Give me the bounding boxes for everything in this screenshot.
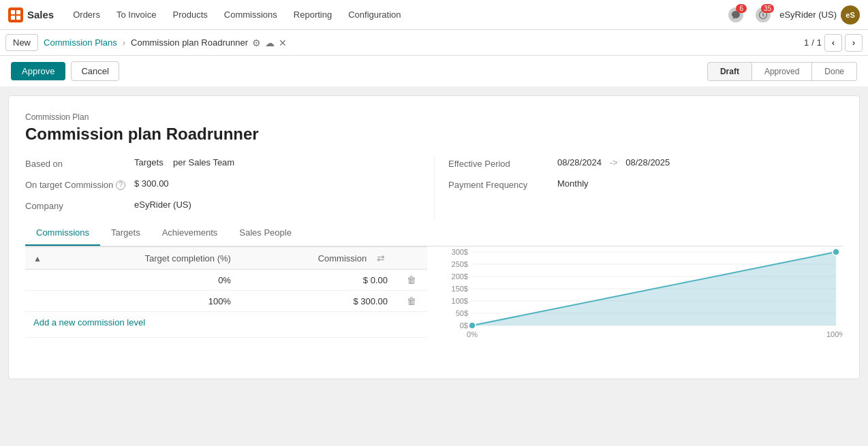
company-row: Company eSyRider (US) xyxy=(25,200,407,211)
status-bar: Draft Approved Done xyxy=(707,62,857,81)
activities-button[interactable]: 35 xyxy=(752,4,774,26)
tab-content: ▲ Target completion (%) Commission ⇄ xyxy=(25,246,843,362)
svg-rect-3 xyxy=(16,16,20,20)
settings-icon[interactable]: ⚙ xyxy=(252,37,261,48)
commissions-table-section: ▲ Target completion (%) Commission ⇄ xyxy=(25,246,427,362)
svg-text:100$: 100$ xyxy=(452,297,468,305)
commission-header: Commission ⇄ xyxy=(239,247,396,270)
form-right: Effective Period 08/28/2024 -> 08/28/202… xyxy=(434,157,843,221)
target-completion-header: Target completion (%) xyxy=(52,247,239,270)
breadcrumb-parent[interactable]: Commission Plans xyxy=(44,37,117,48)
arrow-icon: -> xyxy=(610,157,618,168)
breadcrumb-current: Commission plan Roadrunner ⚙ ☁ ✕ xyxy=(131,37,287,48)
based-on-label: Based on xyxy=(25,157,134,169)
help-icon[interactable]: ? xyxy=(116,180,125,190)
row1-target[interactable]: 0% xyxy=(52,270,239,291)
row1-delete-button[interactable]: 🗑 xyxy=(404,274,419,285)
nav-orders[interactable]: Orders xyxy=(65,0,108,30)
breadcrumb-bar: New Commission Plans › Commission plan R… xyxy=(0,30,868,56)
pagination-prev-button[interactable]: ‹ xyxy=(824,34,842,52)
breadcrumb-separator: › xyxy=(123,37,125,48)
user-menu[interactable]: eSyRider (US) eS xyxy=(779,5,860,25)
payment-freq-label: Payment Frequency xyxy=(448,178,557,190)
based-on-field[interactable]: Targets xyxy=(134,157,164,168)
svg-rect-2 xyxy=(11,16,15,20)
commission-chart: 300$ 250$ 200$ 150$ 100$ 50$ 0$ xyxy=(441,246,843,362)
effective-period-row: Effective Period 08/28/2024 -> 08/28/202… xyxy=(448,157,843,169)
tab-bar: Commissions Targets Achievements Sales P… xyxy=(25,221,843,246)
breadcrumb-current-label: Commission plan Roadrunner xyxy=(131,37,248,48)
svg-text:100%: 100% xyxy=(826,330,843,338)
main-content: Commission Plan Commission plan Roadrunn… xyxy=(8,95,860,379)
form-fields: Based on Targets per Sales Team On targe… xyxy=(25,157,843,221)
svg-text:50$: 50$ xyxy=(456,309,468,317)
on-target-row: On target Commission ? $ 300.00 xyxy=(25,178,407,190)
effective-period-label: Effective Period xyxy=(448,157,557,169)
cancel-button[interactable]: Cancel xyxy=(71,61,119,81)
messages-button[interactable]: 6 xyxy=(725,4,747,26)
svg-text:0%: 0% xyxy=(467,330,478,338)
approve-button[interactable]: Approve xyxy=(11,62,65,80)
svg-text:300$: 300$ xyxy=(452,248,468,256)
messages-badge: 6 xyxy=(736,4,747,13)
company-label: Company xyxy=(25,200,134,211)
tab-commissions[interactable]: Commissions xyxy=(25,221,100,246)
based-on-value: Targets per Sales Team xyxy=(134,157,407,168)
effective-to[interactable]: 08/28/2025 xyxy=(625,157,670,168)
pagination-total: 1 xyxy=(817,37,822,48)
svg-text:150$: 150$ xyxy=(452,285,468,293)
nav-to-invoice[interactable]: To Invoice xyxy=(108,0,165,30)
effective-from[interactable]: 08/28/2024 xyxy=(557,157,602,168)
on-target-label: On target Commission ? xyxy=(25,178,134,190)
status-done[interactable]: Done xyxy=(812,62,857,81)
payment-freq-row: Payment Frequency Monthly xyxy=(448,178,843,190)
row1-commission[interactable]: $ 0.00 xyxy=(239,270,396,291)
app-name: Sales xyxy=(27,9,54,20)
svg-text:250$: 250$ xyxy=(452,260,468,268)
payment-freq-value[interactable]: Monthly xyxy=(557,178,843,189)
logo-icon xyxy=(8,7,23,22)
on-target-value[interactable]: $ 300.00 xyxy=(134,178,407,189)
form-left: Based on Targets per Sales Team On targe… xyxy=(25,157,434,221)
app-logo[interactable]: Sales xyxy=(8,7,54,22)
record-pagination: 1 / 1 ‹ › xyxy=(804,34,863,52)
user-avatar: eS xyxy=(841,5,860,25)
collapse-button[interactable]: ▲ xyxy=(33,254,42,264)
svg-rect-1 xyxy=(16,10,20,14)
pagination-next-button[interactable]: › xyxy=(845,34,863,52)
user-name: eSyRider (US) xyxy=(779,10,837,20)
pagination-separator: / xyxy=(811,37,814,48)
row2-commission[interactable]: $ 300.00 xyxy=(239,291,396,312)
per-sales-team: per Sales Team xyxy=(173,157,234,168)
svg-text:200$: 200$ xyxy=(452,272,468,281)
row2-target[interactable]: 100% xyxy=(52,291,239,312)
row2-delete-button[interactable]: 🗑 xyxy=(404,296,419,306)
commission-settings-icon[interactable]: ⇄ xyxy=(374,253,388,264)
tab-achievements[interactable]: Achievements xyxy=(151,221,229,246)
svg-text:0$: 0$ xyxy=(460,321,468,330)
tab-sales-people[interactable]: Sales People xyxy=(228,221,303,246)
nav-configuration[interactable]: Configuration xyxy=(340,0,409,30)
table-row: 100% $ 300.00 🗑 xyxy=(25,291,427,312)
discard-icon[interactable]: ✕ xyxy=(279,37,287,48)
company-value[interactable]: eSyRider (US) xyxy=(134,200,407,210)
add-commission-level-link[interactable]: Add a new commission level xyxy=(25,312,153,333)
record-title: Commission plan Roadrunner xyxy=(25,125,843,144)
activities-badge: 35 xyxy=(761,4,774,13)
effective-period-value: 08/28/2024 -> 08/28/2025 xyxy=(557,157,843,168)
nav-reporting[interactable]: Reporting xyxy=(285,0,340,30)
nav-commissions[interactable]: Commissions xyxy=(216,0,285,30)
based-on-row: Based on Targets per Sales Team xyxy=(25,157,407,169)
save-icon[interactable]: ☁ xyxy=(265,37,275,48)
table-row: 0% $ 0.00 🗑 xyxy=(25,270,427,291)
chart-svg: 300$ 250$ 200$ 150$ 100$ 50$ 0$ xyxy=(448,246,843,342)
top-navigation: Sales Orders To Invoice Products Commiss… xyxy=(0,0,868,30)
tab-targets[interactable]: Targets xyxy=(100,221,151,246)
action-bar: Approve Cancel Draft Approved Done xyxy=(0,56,868,87)
svg-point-21 xyxy=(469,322,476,329)
status-approved[interactable]: Approved xyxy=(752,62,812,81)
status-draft[interactable]: Draft xyxy=(707,62,752,81)
svg-point-22 xyxy=(833,249,839,255)
nav-products[interactable]: Products xyxy=(164,0,215,30)
new-button[interactable]: New xyxy=(5,34,38,51)
